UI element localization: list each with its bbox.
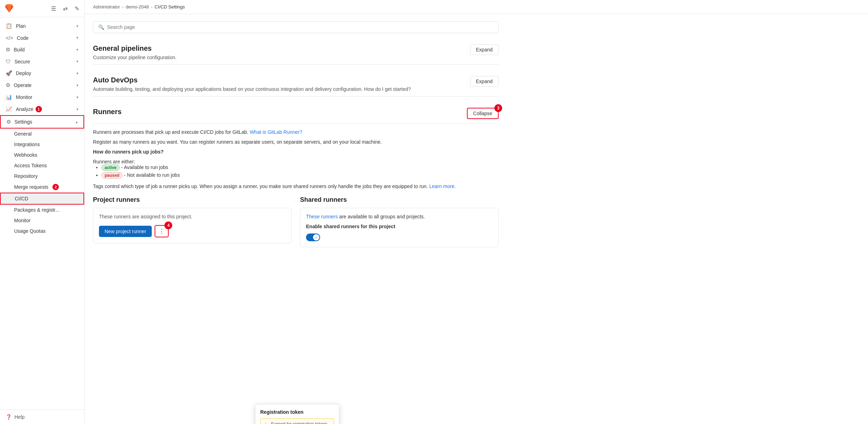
sidebar-sub-merge-requests[interactable]: Merge requests 2 (0, 181, 84, 193)
sidebar-sub-webhooks[interactable]: Webhooks (0, 150, 84, 160)
breadcrumb: Administrator › demo-2048 › CI/CD Settin… (85, 0, 868, 14)
runners-collapse-btn[interactable]: Collapse (467, 108, 499, 119)
sidebar-item-plan-label: Plan (16, 23, 26, 29)
general-pipelines-section: General pipelines Customize your pipelin… (93, 44, 499, 65)
analyze-icon: 📈 (6, 106, 12, 112)
sidebar-item-monitor[interactable]: 📊 Monitor ▾ (0, 91, 84, 103)
breadcrumb-sep-2: › (151, 4, 152, 10)
sub-usage-quotas-label: Usage Quotas (14, 228, 46, 234)
sidebar-item-operate[interactable]: ⚙ Operate ▾ (0, 79, 84, 91)
runner-active-item: active - Available to run jobs (101, 164, 499, 170)
sidebar-toolbar: ☰ ⇄ ✎ (50, 5, 80, 13)
sidebar-sub-repository[interactable]: Repository (0, 171, 84, 181)
sidebar-sub-integrations[interactable]: Integrations (0, 139, 84, 150)
sidebar-item-settings[interactable]: ⚙ Settings ▴ (0, 115, 84, 129)
shared-runners-desc-rest: are available to all groups and projects… (339, 214, 425, 219)
breadcrumb-project[interactable]: demo-2048 (126, 4, 149, 10)
paused-badge: paused (101, 172, 123, 179)
enable-shared-runners-toggle[interactable]: ✓ (306, 233, 320, 241)
build-icon: ⚙ (6, 46, 10, 53)
sidebar-sub-packages[interactable]: Packages & registr... (0, 205, 84, 215)
step-badge-4: 4 (164, 222, 172, 229)
sub-cicd-label: CI/CD (15, 196, 28, 201)
monitor-chevron-icon: ▾ (76, 95, 79, 100)
code-icon: </> (6, 35, 13, 41)
shared-runners-col: Shared runners These runners are availab… (300, 196, 499, 247)
sub-monitor-label: Monitor (14, 218, 31, 223)
sidebar-item-deploy[interactable]: 🚀 Deploy ▾ (0, 67, 84, 79)
runners-how-pick: How do runners pick up jobs? (93, 149, 499, 155)
deploy-chevron-icon: ▾ (76, 71, 79, 76)
sidebar-item-plan[interactable]: 📋 Plan ▾ (0, 20, 84, 32)
runners-desc1-text: Runners are processes that pick up and e… (93, 129, 248, 135)
auto-devops-header: Auto DevOps Automate building, testing, … (93, 76, 499, 96)
settings-icon: ⚙ (6, 119, 11, 125)
plan-icon: 📋 (6, 23, 12, 29)
sidebar-toggle-btn[interactable]: ☰ (50, 5, 57, 13)
sidebar-sub-general[interactable]: General (0, 129, 84, 139)
runners-title-block: Runners (93, 108, 121, 118)
analyze-chevron-icon: ▾ (76, 107, 79, 112)
general-pipelines-title: General pipelines (93, 44, 176, 52)
sidebar-item-build[interactable]: ⚙ Build ▾ (0, 44, 84, 56)
project-runners-actions: New project runner ⋮ 4 (99, 225, 286, 237)
breadcrumb-sep-1: › (122, 4, 124, 10)
what-is-gitlab-runner-link[interactable]: What is GitLab Runner? (250, 129, 302, 135)
sidebar-nav: 📋 Plan ▾ </> Code ▾ ⚙ Build ▾ 🛡 Secure ▾… (0, 17, 84, 410)
runners-header: Runners 3 Collapse (93, 108, 499, 124)
help-icon: ❓ (6, 414, 12, 420)
new-project-runner-btn[interactable]: New project runner (99, 226, 152, 237)
sidebar-sub-access-tokens[interactable]: Access Tokens (0, 160, 84, 171)
gitlab-logo-icon (4, 4, 14, 13)
search-icon: 🔍 (98, 24, 104, 30)
runners-collapse-container: 3 Collapse (467, 108, 499, 119)
code-chevron-icon: ▾ (76, 36, 79, 40)
sub-merge-requests-label: Merge requests (14, 184, 48, 190)
sidebar-item-secure[interactable]: 🛡 Secure ▾ (0, 56, 84, 67)
sidebar-sub-usage-quotas[interactable]: Usage Quotas (0, 226, 84, 236)
operate-icon: ⚙ (6, 82, 10, 88)
these-runners-link[interactable]: These runners (306, 214, 338, 219)
sub-packages-label: Packages & registr... (14, 207, 59, 213)
popup-warning-text: Support for registration tokens is depre… (271, 422, 331, 424)
sidebar-item-monitor-label: Monitor (16, 94, 32, 100)
step-badge-3: 3 (494, 104, 502, 112)
shared-runners-box: These runners are available to all group… (300, 208, 499, 247)
learn-more-link[interactable]: Learn more. (429, 183, 456, 189)
popup-title: Registration token (260, 409, 334, 415)
sidebar-item-analyze[interactable]: 📈 Analyze 1 ▾ (0, 103, 84, 115)
help-label: Help (14, 414, 25, 420)
enable-shared-runners-label: Enable shared runners for this project (306, 224, 493, 229)
search-input[interactable] (107, 24, 493, 30)
project-runners-title: Project runners (93, 196, 292, 204)
breadcrumb-admin[interactable]: Administrator (93, 4, 120, 10)
popup-warning: ⚠ Support for registration tokens is dep… (260, 418, 334, 424)
general-pipelines-expand-btn[interactable]: Expand (470, 44, 499, 55)
sidebar-item-settings-label: Settings (14, 119, 32, 125)
sidebar-item-build-label: Build (14, 47, 25, 52)
sidebar-item-secure-label: Secure (14, 59, 30, 64)
runners-desc2: Register as many runners as you want. Yo… (93, 139, 499, 145)
shared-runners-desc: These runners are available to all group… (306, 214, 493, 219)
auto-devops-desc: Automate building, testing, and deployin… (93, 86, 411, 92)
auto-devops-expand-btn[interactable]: Expand (470, 76, 499, 87)
merge-requests-icon-btn[interactable]: ⇄ (62, 5, 68, 13)
general-pipelines-title-block: General pipelines Customize your pipelin… (93, 44, 176, 60)
main-content: Administrator › demo-2048 › CI/CD Settin… (85, 0, 868, 424)
secure-icon: 🛡 (6, 58, 11, 64)
runners-badges-list: active - Available to run jobs paused - … (93, 164, 499, 178)
sidebar-sub-monitor[interactable]: Monitor (0, 215, 84, 226)
sidebar-help[interactable]: ❓ Help (0, 410, 84, 424)
more-btn-container: ⋮ 4 (152, 225, 169, 237)
registration-token-popup: Registration token ⚠ Support for registr… (255, 404, 339, 424)
sub-repository-label: Repository (14, 173, 38, 179)
settings-chevron-icon: ▴ (76, 120, 78, 124)
sidebar-item-code[interactable]: </> Code ▾ (0, 32, 84, 44)
auto-devops-link2[interactable]: How do I get started? (364, 86, 411, 92)
auto-devops-link[interactable]: Automate building, testing, and deployin… (93, 86, 183, 92)
runners-desc1: Runners are processes that pick up and e… (93, 129, 499, 135)
runners-two-col: Project runners These runners are assign… (93, 196, 499, 247)
edit-icon-btn[interactable]: ✎ (74, 5, 80, 13)
runners-section: Runners 3 Collapse Runners are processes… (93, 108, 499, 247)
sidebar-sub-cicd[interactable]: CI/CD (0, 193, 84, 205)
